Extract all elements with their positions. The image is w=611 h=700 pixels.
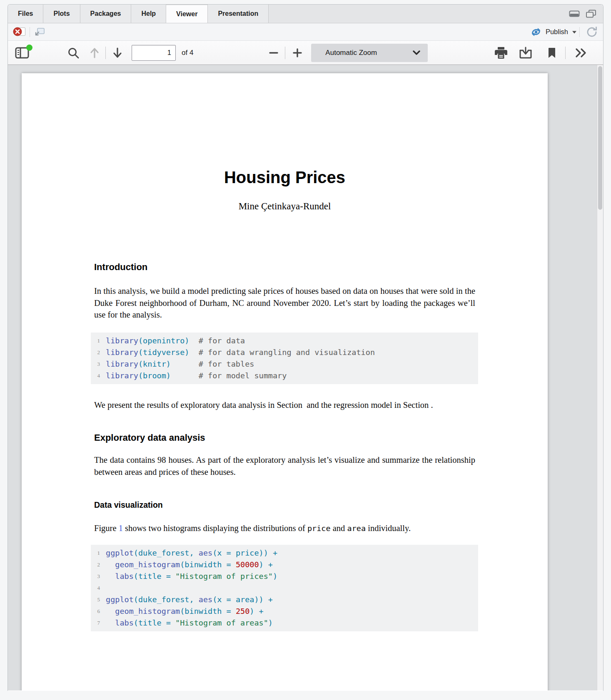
paragraph-introduction: In this analysis, we build a model predi… — [94, 285, 475, 321]
close-icon — [13, 27, 22, 36]
clear-viewer-button[interactable] — [13, 27, 25, 37]
line-number: 1 — [93, 547, 100, 559]
previous-page-button[interactable] — [90, 47, 100, 59]
code-line: 1ggplot(duke_forest, aes(x = price)) + — [91, 547, 478, 559]
toolbar-divider — [579, 27, 580, 37]
code-line: 4library(broom) # for model summary — [91, 370, 478, 382]
minimize-pane-icon[interactable] — [569, 10, 580, 17]
subsection-heading-dataviz: Data visualization — [94, 500, 475, 510]
tab-presentation-label: Presentation — [218, 10, 258, 17]
code-line: 3 labs(title = "Histogram of prices") — [91, 571, 478, 582]
open-in-new-window-button[interactable] — [34, 27, 45, 37]
line-number: 3 — [93, 571, 100, 582]
page-number-input[interactable] — [132, 45, 176, 61]
pdf-toolbar: of 4 Automatic Zoom — [8, 41, 603, 65]
page-count-label: of 4 — [182, 49, 193, 57]
sidebar-toggle-button[interactable] — [15, 47, 30, 59]
line-number: 7 — [93, 617, 100, 629]
tab-viewer-label: Viewer — [176, 10, 197, 18]
code-block-libraries: 1library(openintro) # for data2library(t… — [91, 333, 478, 384]
code-line: 4 — [91, 582, 478, 594]
tab-packages[interactable]: Packages — [80, 5, 132, 23]
viewer-toolbar: Publish — [8, 23, 603, 41]
plus-icon — [292, 47, 303, 58]
minus-icon — [268, 47, 279, 58]
print-button[interactable] — [494, 47, 508, 59]
bookmark-button[interactable] — [548, 47, 556, 59]
document-body: Introduction In this analysis, we build … — [94, 262, 475, 631]
tab-files-label: Files — [18, 10, 33, 17]
zoom-level-select[interactable]: Automatic Zoom — [311, 44, 428, 62]
notification-dot — [26, 45, 32, 51]
pdf-page: Housing Prices Mine Çetinkaya-Rundel Int… — [22, 73, 548, 690]
rstudio-viewer-screen: Files Plots Packages Help Viewer Present… — [0, 0, 611, 700]
paragraph-present: We present the results of exploratory da… — [94, 399, 475, 411]
zoom-out-button[interactable] — [268, 47, 279, 58]
tab-help[interactable]: Help — [131, 5, 166, 23]
next-page-button[interactable] — [112, 47, 122, 59]
publish-label: Publish — [546, 28, 568, 36]
toolbar-divider — [285, 47, 285, 59]
zoom-in-button[interactable] — [292, 47, 303, 58]
pane-window-controls — [569, 5, 596, 23]
tab-plots[interactable]: Plots — [43, 5, 80, 23]
bookmark-icon — [548, 47, 556, 59]
line-number: 6 — [93, 606, 100, 617]
double-chevron-right-icon — [575, 47, 587, 58]
paragraph-figure: Figure 1 shows two histograms displaying… — [94, 522, 475, 535]
pane-tab-bar: Files Plots Packages Help Viewer Present… — [8, 5, 603, 23]
publish-button[interactable]: Publish — [528, 25, 579, 39]
line-number: 1 — [93, 335, 100, 347]
toolbar-divider — [105, 47, 106, 59]
viewer-toolbar-left — [13, 27, 45, 37]
arrow-up-icon — [90, 47, 100, 59]
viewer-pane: Files Plots Packages Help Viewer Present… — [7, 4, 604, 691]
code-line: 7 labs(title = "Histogram of areas") — [91, 617, 478, 629]
tab-presentation[interactable]: Presentation — [208, 5, 269, 23]
line-number: 2 — [93, 559, 100, 571]
line-number: 2 — [93, 347, 100, 358]
line-number: 4 — [93, 582, 100, 594]
document-title: Housing Prices — [22, 168, 548, 187]
toolbar-divider — [565, 47, 566, 59]
code-block-ggplot: 1ggplot(duke_forest, aes(x = price)) +2 … — [91, 545, 478, 631]
download-button[interactable] — [519, 47, 533, 59]
arrow-down-icon — [112, 47, 122, 59]
document-author: Mine Çetinkaya-Rundel — [22, 201, 548, 212]
refresh-icon — [586, 26, 598, 38]
chevron-down-icon — [413, 50, 420, 55]
tab-help-label: Help — [141, 10, 156, 17]
zoom-level-value: Automatic Zoom — [325, 49, 377, 57]
line-number: 5 — [93, 594, 100, 606]
viewer-toolbar-right: Publish — [528, 25, 598, 39]
find-button[interactable] — [67, 47, 80, 59]
toolbar-divider — [30, 27, 30, 37]
line-number: 3 — [93, 358, 100, 370]
tab-viewer[interactable]: Viewer — [166, 5, 208, 23]
section-heading-introduction: Introduction — [94, 262, 475, 273]
pdf-viewer-area[interactable]: Housing Prices Mine Çetinkaya-Rundel Int… — [8, 65, 603, 690]
code-line: 1library(openintro) # for data — [91, 335, 478, 347]
tab-files[interactable]: Files — [8, 5, 43, 23]
more-tools-button[interactable] — [575, 47, 587, 58]
publish-icon — [530, 27, 542, 37]
tab-plots-label: Plots — [53, 10, 70, 17]
chevron-down-icon[interactable] — [572, 30, 577, 34]
line-number: 4 — [93, 370, 100, 382]
scrollbar-thumb[interactable] — [598, 66, 602, 210]
download-icon — [519, 47, 533, 59]
code-line: 2 geom_histogram(binwidth = 50000) + — [91, 559, 478, 571]
code-line: 3library(knitr) # for tables — [91, 358, 478, 370]
code-line: 6 geom_histogram(binwidth = 250) + — [91, 606, 478, 617]
code-line: 5ggplot(duke_forest, aes(x = area)) + — [91, 594, 478, 606]
search-icon — [67, 47, 80, 59]
print-icon — [494, 47, 508, 59]
code-line: 2library(tidyverse) # for data wrangling… — [91, 347, 478, 358]
refresh-button[interactable] — [586, 26, 598, 38]
maximize-pane-icon[interactable] — [586, 10, 596, 18]
tab-packages-label: Packages — [90, 10, 121, 17]
popout-icon — [34, 27, 45, 37]
paragraph-eda: The data contains 98 houses. As part of … — [94, 454, 475, 478]
section-heading-eda: Exploratory data analysis — [94, 432, 475, 443]
vertical-scrollbar[interactable] — [597, 65, 603, 690]
